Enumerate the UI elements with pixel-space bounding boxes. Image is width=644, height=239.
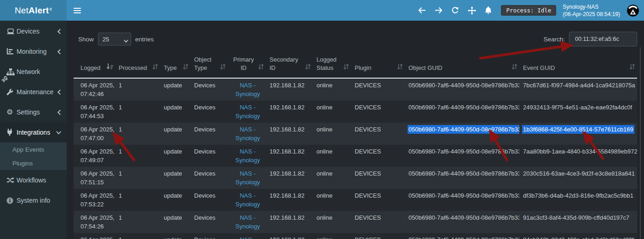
laptop-icon: [6, 28, 17, 35]
cell-logged-status: online: [313, 145, 351, 167]
chevron-left-icon: [57, 49, 61, 54]
brand-prefix: Net: [15, 6, 29, 16]
sort-icon: [343, 63, 349, 72]
search-input[interactable]: [569, 32, 637, 46]
rocket-icon[interactable]: [0, 75, 8, 85]
cell-primary-id: NAS -Synology: [228, 101, 266, 123]
cell-type: update: [160, 233, 190, 239]
sidebar-item-maintenance[interactable]: Maintenance: [0, 82, 67, 102]
primary-id-link[interactable]: NAS -Synology: [231, 213, 264, 231]
cell-object-guid: 050b6980-7af6-4409-950d-08e9786b7b33: [405, 189, 519, 211]
cell-secondary-id: 192.168.1.82: [266, 189, 313, 211]
column-header-plugin[interactable]: Plugin: [351, 51, 405, 78]
cell-processed: 1: [115, 145, 160, 167]
sidebar-subitem-app-events[interactable]: App Events: [0, 142, 67, 156]
sidebar-item-workflows[interactable]: Workflows: [0, 170, 67, 190]
sidebar-item-integrations[interactable]: Integrations: [0, 122, 67, 142]
sidebar-item-network[interactable]: Network: [0, 62, 67, 82]
cell-logged-status: online: [313, 189, 351, 211]
cell-logged-status: online: [313, 211, 351, 233]
sidebar-item-devices[interactable]: Devices: [0, 21, 67, 41]
cell-processed: 1: [115, 123, 160, 145]
cell-object-guid: 050b6980-7af6-4409-950d-08e9786b7b33: [405, 167, 519, 189]
cell-secondary-id: 192.168.1.82: [266, 78, 313, 101]
cell-logged: 06 Apr 2025,07:51:15: [74, 167, 115, 189]
selected-text: 1b3f6868-425f-4e00-8514-57e7611cb169: [522, 125, 634, 134]
sidebar-submenu: App EventsPlugins: [0, 142, 67, 170]
show-label: Show: [78, 36, 94, 43]
sidebar-item-settings[interactable]: ⚙Settings: [0, 102, 67, 122]
chevron-left-icon: [57, 110, 61, 115]
sidebar: DevicesMonitoringNetworkMaintenance⚙Sett…: [0, 21, 67, 239]
sort-icon: [305, 63, 311, 72]
cell-event-guid: 1b3f6868-425f-4e00-8514-57e7611cb169: [519, 123, 637, 145]
table-row: 06 Apr 2025,07:53:221updateDevicesNAS -S…: [74, 189, 637, 211]
device-timestamp: (06-Apr-2025 08:54:19): [563, 11, 620, 18]
cell-logged-status: online: [313, 233, 351, 239]
primary-id-link[interactable]: NAS -Synology: [231, 169, 264, 187]
app-logo[interactable]: NetAlertx: [0, 0, 67, 21]
cell-primary-id: NAS -Synology: [228, 167, 266, 189]
chevron-left-icon: [57, 29, 61, 34]
search-label: Search:: [543, 36, 565, 43]
cell-plugin: DEVICES: [351, 211, 405, 233]
column-header-processed[interactable]: Processed: [115, 51, 160, 78]
column-header-primary-id[interactable]: Primary ID: [228, 51, 266, 78]
cell-type: update: [160, 211, 190, 233]
cell-plugin: DEVICES: [351, 123, 405, 145]
back-icon[interactable]: [418, 7, 426, 14]
chevron-left-icon: [57, 90, 61, 95]
column-header-type[interactable]: Type: [160, 51, 190, 78]
main-content: Show 25 entries Search: LoggedProcessedT…: [67, 21, 644, 239]
refresh-icon[interactable]: [451, 6, 459, 14]
top-bar: NetAlertx Process:: [0, 0, 644, 21]
events-table: LoggedProcessedTypeObject TypePrimary ID…: [74, 51, 637, 239]
cell-plugin: DEVICES: [351, 101, 405, 123]
primary-id-link[interactable]: NAS -Synology: [231, 191, 264, 209]
move-icon[interactable]: [468, 6, 476, 15]
column-header-secondary-id[interactable]: Secondary ID: [266, 51, 313, 78]
column-header-object-type[interactable]: Object Type: [190, 51, 228, 78]
primary-id-link[interactable]: NAS -Synology: [231, 125, 264, 142]
column-header-logged[interactable]: Logged: [74, 51, 115, 78]
avatar[interactable]: [627, 4, 639, 17]
search-control: Search:: [543, 32, 637, 46]
primary-id-link[interactable]: NAS -Synology: [231, 235, 264, 239]
cell-plugin: DEVICES: [351, 233, 405, 239]
cell-plugin: DEVICES: [351, 78, 405, 101]
primary-id-link[interactable]: NAS -Synology: [231, 81, 264, 98]
bell-icon[interactable]: [485, 6, 492, 14]
table-row: 06 Apr 2025,07:44:531updateDevicesNAS -S…: [74, 101, 637, 123]
cell-logged: 06 Apr 2025,07:44:53: [74, 101, 115, 123]
cell-logged: 06 Apr 2025,: [74, 233, 115, 239]
forward-icon[interactable]: [435, 7, 443, 14]
cell-primary-id: NAS -Synology: [228, 189, 266, 211]
scrollbar-track[interactable]: [640, 47, 641, 239]
cell-processed: 1: [115, 233, 160, 239]
chart-icon: [6, 48, 17, 55]
sidebar-item-label: Monitoring: [17, 48, 46, 55]
info-icon: [6, 197, 17, 204]
table-row: 06 Apr 2025,07:49:071updateDevicesNAS -S…: [74, 145, 637, 167]
cell-type: update: [160, 101, 190, 123]
primary-id-link[interactable]: NAS -Synology: [231, 147, 264, 165]
column-header-logged-status[interactable]: Logged Status: [313, 51, 351, 78]
column-header-object-guid[interactable]: Object GUID: [405, 51, 519, 78]
page-length-control: Show 25 entries: [78, 33, 154, 46]
sort-icon: [152, 63, 158, 72]
page-length-select[interactable]: 25: [98, 33, 131, 46]
brand-bold: Alert: [29, 6, 49, 16]
process-status-badge: Process: Idle: [501, 5, 556, 16]
column-header-event-guid[interactable]: Event GUID: [519, 51, 637, 78]
sidebar-item-system-info[interactable]: System info: [0, 190, 67, 211]
primary-id-link[interactable]: NAS -Synology: [231, 103, 264, 120]
gear-icon: ⚙: [6, 108, 17, 116]
table-row: 06 Apr 2025,07:54:261updateDevicesNAS -S…: [74, 211, 637, 233]
sidebar-toggle-button[interactable]: [74, 6, 81, 15]
sidebar-subitem-plugins[interactable]: Plugins: [0, 156, 67, 170]
sort-icon: [183, 63, 189, 72]
sidebar-item-label: Settings: [17, 108, 40, 116]
sidebar-item-monitoring[interactable]: Monitoring: [0, 41, 67, 62]
cell-secondary-id: 192.168.1.82: [266, 233, 313, 239]
wrench-icon: [6, 89, 17, 96]
